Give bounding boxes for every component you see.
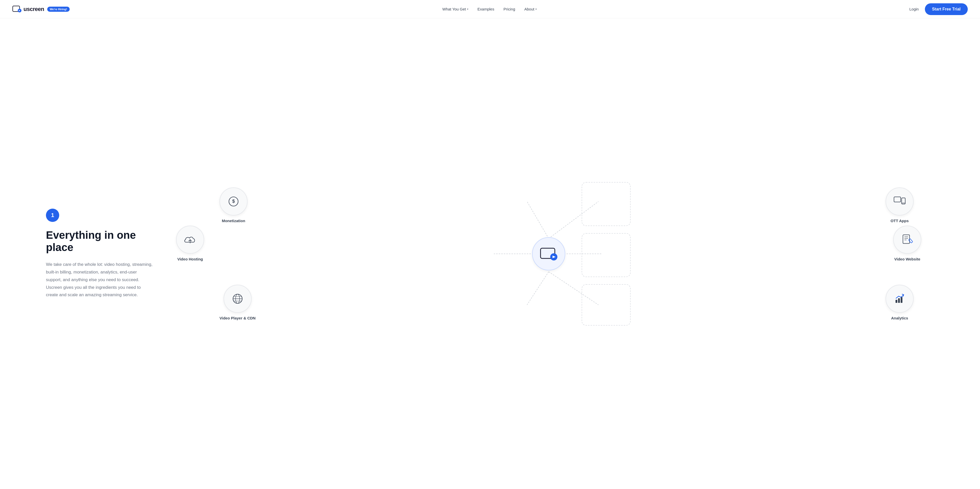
svg-rect-33	[900, 297, 902, 303]
svg-rect-32	[898, 298, 900, 303]
hero-content: 1 Everything in one place We take care o…	[46, 209, 153, 299]
uscreen-logo-icon	[539, 247, 558, 260]
node-analytics[interactable]: Analytics	[886, 285, 914, 320]
website-label: Video Website	[894, 256, 920, 261]
analytics-icon	[894, 293, 906, 305]
analytics-circle	[886, 285, 914, 313]
player-circle	[224, 285, 251, 313]
svg-rect-14	[894, 197, 900, 202]
nav-item-examples[interactable]: Examples	[477, 7, 494, 11]
svg-line-8	[549, 272, 598, 305]
login-button[interactable]: Login	[909, 7, 919, 11]
nav-item-what-you-get[interactable]: What You Get ▾	[442, 7, 468, 11]
svg-text:$: $	[232, 199, 235, 204]
ott-circle	[886, 188, 914, 215]
svg-rect-25	[908, 239, 913, 243]
website-circle	[893, 226, 921, 253]
ott-icon	[894, 196, 906, 207]
main-section: 1 Everything in one place We take care o…	[0, 18, 980, 489]
node-video-website[interactable]: Video Website	[893, 226, 921, 261]
nav-right: Login Start Free Trial	[909, 3, 968, 15]
node-video-player-cdn[interactable]: Video Player & CDN	[220, 285, 256, 320]
monetization-label: Monetization	[222, 218, 245, 223]
svg-rect-11	[582, 285, 630, 325]
monetization-circle: $	[220, 188, 248, 215]
feature-diagram: $ Monetization OTT Apps	[169, 180, 929, 328]
logo-icon	[12, 5, 21, 14]
nav-item-about[interactable]: About ▾	[525, 7, 537, 11]
logo-text: uscreen	[24, 6, 44, 13]
svg-rect-31	[896, 300, 897, 303]
hosting-circle	[176, 226, 204, 253]
center-circle	[532, 237, 565, 271]
svg-rect-9	[582, 182, 630, 226]
analytics-label: Analytics	[891, 316, 908, 320]
center-node	[532, 237, 565, 271]
logo[interactable]: uscreen	[12, 5, 44, 14]
nav-item-pricing[interactable]: Pricing	[504, 7, 515, 11]
hosting-icon	[183, 234, 197, 245]
monetization-icon: $	[228, 196, 239, 207]
website-icon	[901, 234, 913, 245]
ott-label: OTT Apps	[891, 218, 908, 223]
nav-center: What You Get ▾ Examples Pricing About ▾	[442, 7, 537, 11]
svg-rect-21	[903, 235, 910, 243]
svg-line-3	[527, 201, 549, 239]
start-trial-button[interactable]: Start Free Trial	[925, 3, 968, 15]
main-description: We take care of the whole lot: video hos…	[46, 261, 153, 299]
step-badge: 1	[46, 209, 59, 222]
node-ott-apps[interactable]: OTT Apps	[886, 188, 914, 223]
node-monetization[interactable]: $ Monetization	[220, 188, 248, 223]
node-video-hosting[interactable]: Video Hosting	[176, 226, 204, 261]
chevron-down-icon: ▾	[467, 8, 468, 11]
player-label: Video Player & CDN	[220, 316, 256, 320]
chevron-down-icon-about: ▾	[535, 8, 537, 11]
navbar: uscreen We're Hiring! What You Get ▾ Exa…	[0, 0, 980, 18]
player-icon	[231, 293, 244, 305]
svg-line-4	[549, 201, 598, 239]
svg-rect-10	[582, 233, 630, 277]
hiring-badge[interactable]: We're Hiring!	[47, 6, 70, 12]
nav-left: uscreen We're Hiring!	[12, 5, 70, 14]
hosting-label: Video Hosting	[177, 256, 203, 261]
main-heading: Everything in one place	[46, 229, 153, 254]
svg-line-7	[527, 272, 549, 305]
